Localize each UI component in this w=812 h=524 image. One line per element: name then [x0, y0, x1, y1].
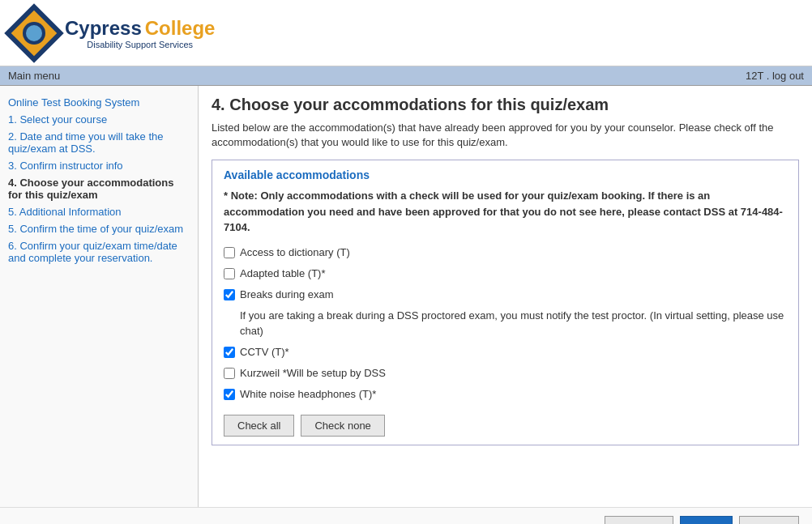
accommodation-label-3: Breaks during exam: [240, 288, 334, 302]
logo-college: College: [145, 17, 216, 40]
accommodation-label-2: Adapted table (T)*: [240, 266, 326, 281]
cancel-button[interactable]: Cancel: [739, 516, 799, 524]
accommodation-item-6: White noise headphones (T)*: [224, 387, 787, 402]
note-text: * Note: Only accommodations with a check…: [224, 188, 787, 236]
sidebar-item-step2[interactable]: 2. Date and time you will take the quiz/…: [6, 128, 191, 157]
logo-cypress: Cypress: [65, 17, 142, 40]
previous-button[interactable]: Previous: [605, 516, 673, 524]
accommodation-item-2: Adapted table (T)*: [224, 266, 787, 281]
check-buttons-row: Check all Check none: [224, 415, 787, 437]
accommodation-checkbox-3[interactable]: [224, 289, 235, 300]
sidebar: Online Test Booking System 1. Select you…: [0, 86, 199, 507]
section-title: Available accommodations: [224, 168, 787, 181]
logo-area: Cypress College Disability Support Servi…: [10, 6, 188, 59]
intro-text: Listed below are the accommodation(s) th…: [212, 121, 799, 150]
navbar-user-info[interactable]: 12T . log out: [746, 70, 804, 82]
accommodation-label-5: Kurzweil *Will be setup by DSS: [240, 366, 386, 381]
next-button[interactable]: Next: [680, 516, 733, 524]
sidebar-item-step3[interactable]: 3. Confirm instructor info: [6, 157, 191, 174]
sidebar-item-step5a[interactable]: 5. Additional Information: [6, 203, 191, 220]
logo-text: Cypress College Disability Support Servi…: [65, 17, 215, 49]
accommodations-box: Available accommodations * Note: Only ac…: [212, 160, 799, 445]
accommodation-checkbox-1[interactable]: [224, 247, 235, 258]
sidebar-item-step6[interactable]: 6. Confirm your quiz/exam time/date and …: [6, 237, 191, 266]
accommodation-item-3: Breaks during exam: [224, 288, 787, 302]
accommodation-item-4: CCTV (T)*: [224, 345, 787, 360]
accommodation-checkbox-6[interactable]: [224, 389, 235, 400]
accommodation-item-1: Access to dictionary (T): [224, 245, 787, 260]
sidebar-item-online-test[interactable]: Online Test Booking System: [6, 94, 191, 111]
accommodation-item-5: Kurzweil *Will be setup by DSS: [224, 366, 787, 381]
bottom-nav: Previous Next Cancel: [0, 507, 812, 524]
navbar-main-menu[interactable]: Main menu: [8, 70, 60, 82]
accommodation-checkbox-4[interactable]: [224, 347, 235, 358]
logo-image: Cypress College Disability Support Servi…: [10, 6, 188, 59]
sidebar-item-step1[interactable]: 1. Select your course: [6, 111, 191, 128]
content-area: 4. Choose your accommodations for this q…: [199, 86, 812, 507]
accommodation-label-1: Access to dictionary (T): [240, 245, 350, 260]
accommodation-note-3: If you are taking a break during a DSS p…: [240, 309, 787, 338]
sidebar-item-step5b[interactable]: 5. Confirm the time of your quiz/exam: [6, 220, 191, 237]
sidebar-item-step4-active: 4. Choose your accommodations for this q…: [6, 174, 191, 203]
accommodation-label-4: CCTV (T)*: [240, 345, 289, 360]
page-title: 4. Choose your accommodations for this q…: [212, 96, 799, 114]
navbar: Main menu 12T . log out: [0, 66, 812, 86]
accommodation-checkbox-5[interactable]: [224, 368, 235, 379]
check-all-button[interactable]: Check all: [224, 415, 294, 437]
accommodation-label-6: White noise headphones (T)*: [240, 387, 376, 402]
accommodation-checkbox-2[interactable]: [224, 268, 235, 279]
logo-dss: Disability Support Services: [65, 40, 215, 49]
header: Cypress College Disability Support Servi…: [0, 0, 812, 66]
main-layout: Online Test Booking System 1. Select you…: [0, 86, 812, 507]
check-none-button[interactable]: Check none: [301, 415, 384, 437]
